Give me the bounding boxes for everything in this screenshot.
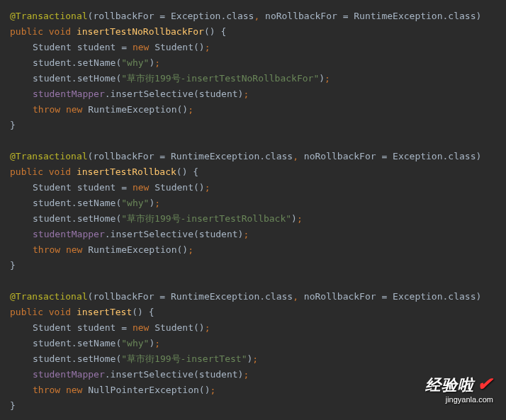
- method-name: insertTestNoRollbackFor: [77, 26, 204, 37]
- class-ref: RuntimeException: [354, 11, 442, 21]
- code-line: @Transactional(rollbackFor = RuntimeExce…: [10, 149, 506, 164]
- string-literal: "why": [121, 57, 149, 68]
- method-call: setName: [77, 57, 116, 68]
- variable: student: [33, 198, 72, 208]
- class-ref: Exception: [171, 11, 220, 21]
- annotation: @Transactional: [10, 151, 88, 161]
- param-name: rollbackFor: [93, 11, 154, 21]
- code-line: student.setName("why");: [10, 336, 506, 351]
- keyword: throw: [33, 104, 60, 115]
- blank-line: [10, 273, 506, 289]
- string-literal: "why": [121, 338, 149, 348]
- variable: student: [33, 338, 72, 348]
- variable: student: [77, 182, 116, 193]
- method-name: insertTest: [77, 307, 132, 317]
- variable: student: [77, 322, 116, 333]
- code-line: student.setName("why");: [10, 195, 506, 211]
- code-line: student.setName("why");: [10, 55, 506, 71]
- field: studentMapper: [33, 229, 105, 239]
- keyword: new: [133, 322, 149, 333]
- variable: student: [33, 57, 72, 68]
- keyword: public: [10, 26, 43, 37]
- code-line: public void insertTestNoRollbackFor() {: [10, 24, 506, 40]
- variable: student: [33, 73, 72, 84]
- string-literal: "why": [121, 198, 149, 208]
- keyword: new: [133, 42, 149, 52]
- keyword: new: [66, 104, 82, 115]
- keyword: public: [10, 166, 43, 177]
- method-call: insertSelective: [111, 369, 193, 380]
- code-line: public void insertTest() {: [10, 305, 506, 320]
- constructor: Student: [154, 42, 193, 52]
- method-name: insertTestRollback: [77, 166, 176, 177]
- code-line: Student student = new Student();: [10, 320, 506, 336]
- code-line: student.setHome("草市街199号-insertTest");: [10, 351, 506, 367]
- field: studentMapper: [33, 369, 105, 380]
- blank-line: [10, 133, 506, 149]
- keyword: void: [49, 307, 71, 317]
- param-name: rollbackFor: [93, 291, 154, 302]
- keyword: void: [49, 166, 71, 177]
- variable: student: [199, 229, 238, 239]
- code-line: student.setHome("草市街199号-insertTestRollb…: [10, 211, 506, 227]
- keyword: void: [49, 26, 71, 37]
- class-ref: Exception: [393, 291, 442, 302]
- exception-type: RuntimeException: [88, 244, 176, 255]
- keyword: throw: [33, 244, 60, 255]
- keyword: new: [66, 385, 82, 395]
- variable: student: [33, 213, 72, 224]
- method-call: setHome: [77, 73, 116, 84]
- class-kw: .class: [443, 11, 476, 21]
- code-line: @Transactional(rollbackFor = RuntimeExce…: [10, 289, 506, 305]
- param-name: noRollbackFor: [304, 151, 376, 161]
- method-call: setName: [77, 198, 116, 208]
- class-kw: .class: [220, 11, 254, 21]
- code-line: }: [10, 258, 506, 273]
- param-name: noRollbackFor: [304, 291, 376, 302]
- method-call: insertSelective: [111, 89, 193, 99]
- code-line: throw new RuntimeException();: [10, 242, 506, 258]
- watermark: 经验啦✔ jingyanla.com: [425, 376, 493, 407]
- exception-type: NullPointerException: [88, 385, 199, 395]
- code-line: studentMapper.insertSelective(student);: [10, 86, 506, 102]
- param-name: rollbackFor: [93, 151, 154, 161]
- type: Student: [33, 322, 72, 333]
- variable: student: [199, 369, 238, 380]
- class-kw: .class: [259, 291, 293, 302]
- keyword: throw: [33, 385, 60, 395]
- watermark-url: jingyanla.com: [425, 392, 493, 407]
- code-line: throw new RuntimeException();: [10, 102, 506, 118]
- variable: student: [77, 42, 116, 52]
- keyword: public: [10, 307, 43, 317]
- variable: student: [199, 89, 238, 99]
- code-line: public void insertTestRollback() {: [10, 164, 506, 180]
- class-ref: RuntimeException: [171, 151, 259, 161]
- code-editor[interactable]: @Transactional(rollbackFor = Exception.c…: [0, 8, 506, 414]
- class-kw: .class: [259, 151, 293, 161]
- annotation: @Transactional: [10, 291, 88, 302]
- class-kw: .class: [443, 291, 476, 302]
- method-call: setHome: [77, 213, 116, 224]
- string-literal: "草市街199号-insertTestNoRollbackFor": [121, 73, 319, 84]
- type: Student: [33, 42, 72, 52]
- type: Student: [33, 182, 72, 193]
- field: studentMapper: [33, 89, 105, 99]
- code-line: Student student = new Student();: [10, 180, 506, 195]
- method-call: setHome: [77, 353, 116, 364]
- code-line: @Transactional(rollbackFor = Exception.c…: [10, 8, 506, 24]
- code-line: student.setHome("草市街199号-insertTestNoRol…: [10, 71, 506, 86]
- class-ref: RuntimeException: [171, 291, 259, 302]
- code-line: studentMapper.insertSelective(student);: [10, 227, 506, 242]
- method-call: setName: [77, 338, 116, 348]
- code-line: Student student = new Student();: [10, 40, 506, 55]
- string-literal: "草市街199号-insertTestRollback": [121, 213, 291, 224]
- variable: student: [33, 353, 72, 364]
- annotation: @Transactional: [10, 11, 88, 21]
- constructor: Student: [154, 322, 193, 333]
- method-call: insertSelective: [111, 229, 193, 239]
- constructor: Student: [154, 182, 193, 193]
- keyword: new: [66, 244, 82, 255]
- string-literal: "草市街199号-insertTest": [121, 353, 247, 364]
- exception-type: RuntimeException: [88, 104, 176, 115]
- code-line: }: [10, 118, 506, 133]
